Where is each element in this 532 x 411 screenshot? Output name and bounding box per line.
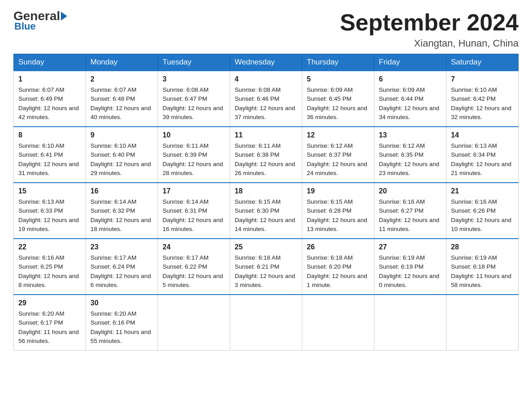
calendar-cell: 9Sunrise: 6:10 AMSunset: 6:40 PMDaylight…: [86, 127, 158, 183]
title-block: September 2024 Xiangtan, Hunan, China: [340, 9, 519, 49]
calendar-cell: 30Sunrise: 6:20 AMSunset: 6:16 PMDayligh…: [86, 295, 158, 351]
day-number: 3: [163, 74, 225, 85]
calendar-cell: [230, 295, 302, 351]
calendar-cell: 6Sunrise: 6:09 AMSunset: 6:44 PMDaylight…: [374, 71, 446, 127]
calendar-cell: 5Sunrise: 6:09 AMSunset: 6:45 PMDaylight…: [302, 71, 374, 127]
calendar-week-row: 8Sunrise: 6:10 AMSunset: 6:41 PMDaylight…: [14, 127, 519, 183]
col-header-thursday: Thursday: [302, 54, 374, 71]
calendar-cell: 26Sunrise: 6:18 AMSunset: 6:20 PMDayligh…: [302, 239, 374, 295]
calendar-cell: 22Sunrise: 6:16 AMSunset: 6:25 PMDayligh…: [14, 239, 86, 295]
calendar-cell: [302, 295, 374, 351]
day-number: 4: [235, 74, 297, 85]
calendar-cell: 10Sunrise: 6:11 AMSunset: 6:39 PMDayligh…: [158, 127, 230, 183]
col-header-saturday: Saturday: [446, 54, 519, 71]
page-header: General Blue September 2024 Xiangtan, Hu…: [13, 9, 519, 49]
calendar-cell: 11Sunrise: 6:11 AMSunset: 6:38 PMDayligh…: [230, 127, 302, 183]
calendar-cell: 24Sunrise: 6:17 AMSunset: 6:22 PMDayligh…: [158, 239, 230, 295]
day-number: 5: [307, 74, 369, 85]
calendar-cell: 18Sunrise: 6:15 AMSunset: 6:30 PMDayligh…: [230, 183, 302, 239]
calendar-week-row: 29Sunrise: 6:20 AMSunset: 6:17 PMDayligh…: [14, 295, 519, 351]
calendar-cell: [158, 295, 230, 351]
day-number: 16: [90, 186, 153, 197]
day-number: 25: [235, 242, 297, 253]
day-number: 20: [379, 186, 442, 197]
col-header-tuesday: Tuesday: [158, 54, 230, 71]
day-number: 17: [163, 186, 225, 197]
calendar-week-row: 15Sunrise: 6:13 AMSunset: 6:33 PMDayligh…: [14, 183, 519, 239]
day-number: 21: [451, 186, 514, 197]
day-number: 8: [18, 130, 81, 141]
calendar-cell: 16Sunrise: 6:14 AMSunset: 6:32 PMDayligh…: [86, 183, 158, 239]
col-header-sunday: Sunday: [14, 54, 86, 71]
logo-arrow-icon: [61, 12, 67, 21]
day-number: 1: [18, 74, 81, 85]
col-header-monday: Monday: [86, 54, 158, 71]
logo-blue: Blue: [14, 21, 36, 32]
logo: General Blue: [13, 9, 68, 32]
calendar-cell: 12Sunrise: 6:12 AMSunset: 6:37 PMDayligh…: [302, 127, 374, 183]
calendar-cell: [374, 295, 446, 351]
day-number: 2: [90, 74, 153, 85]
calendar-cell: 14Sunrise: 6:13 AMSunset: 6:34 PMDayligh…: [446, 127, 519, 183]
day-number: 6: [379, 74, 442, 85]
day-number: 18: [235, 186, 297, 197]
calendar-cell: 4Sunrise: 6:08 AMSunset: 6:46 PMDaylight…: [230, 71, 302, 127]
day-number: 23: [90, 242, 153, 253]
day-number: 19: [307, 186, 369, 197]
day-number: 26: [307, 242, 369, 253]
col-header-friday: Friday: [374, 54, 446, 71]
day-number: 30: [90, 298, 153, 308]
calendar-cell: 28Sunrise: 6:19 AMSunset: 6:18 PMDayligh…: [446, 239, 519, 295]
day-number: 27: [379, 242, 442, 253]
calendar-cell: 20Sunrise: 6:16 AMSunset: 6:27 PMDayligh…: [374, 183, 446, 239]
day-number: 9: [90, 130, 153, 141]
calendar-header-row: SundayMondayTuesdayWednesdayThursdayFrid…: [14, 54, 519, 71]
calendar-cell: 29Sunrise: 6:20 AMSunset: 6:17 PMDayligh…: [14, 295, 86, 351]
location: Xiangtan, Hunan, China: [340, 38, 519, 49]
calendar-cell: 2Sunrise: 6:07 AMSunset: 6:48 PMDaylight…: [86, 71, 158, 127]
calendar-cell: 1Sunrise: 6:07 AMSunset: 6:49 PMDaylight…: [14, 71, 86, 127]
calendar-cell: [446, 295, 519, 351]
day-number: 29: [18, 298, 81, 308]
calendar-cell: 17Sunrise: 6:14 AMSunset: 6:31 PMDayligh…: [158, 183, 230, 239]
calendar-cell: 7Sunrise: 6:10 AMSunset: 6:42 PMDaylight…: [446, 71, 519, 127]
calendar-cell: 13Sunrise: 6:12 AMSunset: 6:35 PMDayligh…: [374, 127, 446, 183]
calendar-cell: 15Sunrise: 6:13 AMSunset: 6:33 PMDayligh…: [14, 183, 86, 239]
calendar-cell: 23Sunrise: 6:17 AMSunset: 6:24 PMDayligh…: [86, 239, 158, 295]
calendar-cell: 27Sunrise: 6:19 AMSunset: 6:19 PMDayligh…: [374, 239, 446, 295]
day-number: 11: [235, 130, 297, 141]
day-number: 22: [18, 242, 81, 253]
day-number: 28: [451, 242, 514, 253]
calendar-cell: 21Sunrise: 6:16 AMSunset: 6:26 PMDayligh…: [446, 183, 519, 239]
calendar-cell: 25Sunrise: 6:18 AMSunset: 6:21 PMDayligh…: [230, 239, 302, 295]
col-header-wednesday: Wednesday: [230, 54, 302, 71]
calendar-week-row: 22Sunrise: 6:16 AMSunset: 6:25 PMDayligh…: [14, 239, 519, 295]
calendar-cell: 3Sunrise: 6:08 AMSunset: 6:47 PMDaylight…: [158, 71, 230, 127]
day-number: 10: [163, 130, 225, 141]
calendar-table: SundayMondayTuesdayWednesdayThursdayFrid…: [13, 54, 519, 351]
day-number: 13: [379, 130, 442, 141]
month-title: September 2024: [340, 9, 519, 36]
calendar-cell: 19Sunrise: 6:15 AMSunset: 6:28 PMDayligh…: [302, 183, 374, 239]
calendar-week-row: 1Sunrise: 6:07 AMSunset: 6:49 PMDaylight…: [14, 71, 519, 127]
day-number: 15: [18, 186, 81, 197]
day-number: 12: [307, 130, 369, 141]
day-number: 14: [451, 130, 514, 141]
calendar-cell: 8Sunrise: 6:10 AMSunset: 6:41 PMDaylight…: [14, 127, 86, 183]
day-number: 24: [163, 242, 225, 253]
day-number: 7: [451, 74, 514, 85]
